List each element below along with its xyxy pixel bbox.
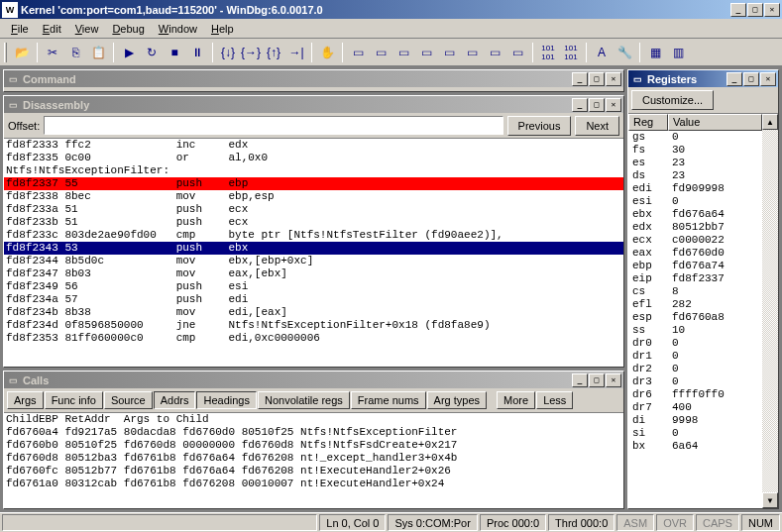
registers-window-icon[interactable]: ▭ — [415, 42, 437, 63]
register-row[interactable]: gs0 — [628, 131, 762, 144]
calls-row[interactable]: fd6760d8 80512ba3 fd6761b8 fd676a64 fd67… — [4, 452, 623, 465]
disasm-line[interactable]: fd8f2337 55 push ebp — [4, 177, 623, 190]
memory-window-icon[interactable]: ▭ — [438, 42, 460, 63]
registers-col-value[interactable]: Value — [668, 114, 762, 131]
disasm-line[interactable]: fd8f233a 51 push ecx — [4, 203, 623, 216]
pane-close-button[interactable]: ✕ — [606, 373, 621, 387]
go-icon[interactable]: ▶ — [118, 42, 140, 63]
pane-minimize-button[interactable]: _ — [572, 72, 588, 86]
register-row[interactable]: di9998 — [628, 414, 762, 427]
next-button[interactable]: Next — [575, 116, 619, 136]
calls-less-button[interactable]: Less — [536, 391, 573, 409]
scroll-down-icon[interactable]: ▼ — [762, 492, 778, 508]
disasm-line[interactable]: fd8f2338 8bec mov ebp,esp — [4, 190, 623, 203]
registers-col-reg[interactable]: Reg — [628, 114, 668, 131]
run-to-cursor-icon[interactable]: →| — [285, 42, 307, 63]
cut-icon[interactable]: ✂ — [42, 42, 63, 63]
disasm-line[interactable]: fd8f233b 51 push ecx — [4, 216, 623, 229]
register-row[interactable]: dr20 — [628, 363, 762, 375]
disasm-line[interactable]: fd8f2353 81ff060000c0 cmp edi,0xc0000006 — [4, 332, 623, 345]
calls-tab[interactable]: Args — [7, 391, 44, 409]
calls-listing[interactable]: ChildEBP RetAddr Args to Childfd6760a4 f… — [4, 413, 623, 508]
command-window-icon[interactable]: ▭ — [347, 42, 369, 63]
pane-maximize-button[interactable]: □ — [589, 373, 605, 387]
offset-input[interactable] — [44, 116, 503, 135]
menu-help[interactable]: Help — [204, 21, 241, 37]
register-row[interactable]: ecxc0000022 — [628, 234, 762, 247]
pane-minimize-button[interactable]: _ — [572, 373, 588, 387]
open-icon[interactable]: 📂 — [11, 42, 33, 63]
disasm-line[interactable]: fd8f2343 53 push ebx — [4, 242, 623, 255]
menu-debug[interactable]: Debug — [105, 21, 151, 37]
breakpoint-icon[interactable]: ✋ — [316, 42, 338, 63]
calls-row[interactable]: fd6760a4 fd9217a5 80dacda8 fd6760d0 8051… — [4, 426, 623, 439]
register-row[interactable]: dr7400 — [628, 401, 762, 414]
options-icon[interactable]: 🔧 — [614, 42, 635, 63]
calls-tab[interactable]: Addrs — [154, 391, 196, 409]
scratch-window-icon[interactable]: ▭ — [506, 42, 528, 63]
copy-icon[interactable]: ⎘ — [64, 42, 86, 63]
menu-file[interactable]: File — [4, 21, 36, 37]
register-row[interactable]: es23 — [628, 157, 762, 169]
command-titlebar[interactable]: ▭ Command _ □ ✕ — [4, 70, 623, 87]
pane-close-button[interactable]: ✕ — [606, 72, 621, 86]
callstack-window-icon[interactable]: ▭ — [461, 42, 483, 63]
calls-tab[interactable]: Frame nums — [351, 391, 426, 409]
arrange2-icon[interactable]: ▥ — [667, 42, 689, 63]
register-row[interactable]: ds23 — [628, 169, 762, 182]
disasm-line[interactable]: fd8f234b 8b38 mov edi,[eax] — [4, 306, 623, 319]
register-row[interactable]: si0 — [628, 427, 762, 440]
calls-row[interactable]: fd6761a0 80312cab fd6761b8 fd676208 0001… — [4, 478, 623, 490]
pane-minimize-button[interactable]: _ — [572, 98, 588, 112]
register-row[interactable]: eipfd8f2337 — [628, 272, 762, 285]
pane-close-button[interactable]: ✕ — [606, 98, 621, 112]
disasm-line[interactable]: fd8f2335 0c00 or al,0x0 — [4, 152, 623, 164]
disasm-line[interactable]: fd8f2347 8b03 mov eax,[ebx] — [4, 267, 623, 280]
step-over-icon[interactable]: {→} — [240, 42, 262, 63]
scroll-up-icon[interactable]: ▲ — [762, 114, 778, 130]
minimize-button[interactable]: _ — [730, 3, 746, 17]
watch-window-icon[interactable]: ▭ — [370, 42, 391, 63]
disasm-line[interactable]: fd8f233c 803de2ae90fd00 cmp byte ptr [Nt… — [4, 229, 623, 242]
previous-button[interactable]: Previous — [507, 116, 572, 136]
disasm-line[interactable]: fd8f234d 0f8596850000 jne Ntfs!NtfsExcep… — [4, 319, 623, 332]
disassembly-titlebar[interactable]: ▭ Disassembly _ □ ✕ — [4, 96, 623, 113]
locals-window-icon[interactable]: ▭ — [392, 42, 414, 63]
pane-minimize-button[interactable]: _ — [726, 72, 742, 86]
pane-maximize-button[interactable]: □ — [589, 98, 605, 112]
register-row[interactable]: ss10 — [628, 324, 762, 337]
source-mode-icon[interactable]: 101101 — [537, 42, 559, 63]
paste-icon[interactable]: 📋 — [87, 42, 109, 63]
register-row[interactable]: dr10 — [628, 350, 762, 363]
font-icon[interactable]: A — [591, 42, 613, 63]
register-row[interactable]: dr30 — [628, 375, 762, 388]
restart-icon[interactable]: ↻ — [141, 42, 163, 63]
step-out-icon[interactable]: {↑} — [263, 42, 284, 63]
register-row[interactable]: espfd6760a8 — [628, 311, 762, 324]
register-row[interactable]: edifd909998 — [628, 182, 762, 195]
register-row[interactable]: eaxfd6760d0 — [628, 247, 762, 260]
calls-row[interactable]: fd6760b0 80510f25 fd6760d8 00000000 fd67… — [4, 439, 623, 452]
register-row[interactable]: esi0 — [628, 195, 762, 208]
calls-row[interactable]: fd6760fc 80512b77 fd6761b8 fd676a64 fd67… — [4, 465, 623, 478]
register-row[interactable]: cs8 — [628, 285, 762, 298]
calls-tab[interactable]: Func info — [45, 391, 103, 409]
calls-tab[interactable]: Arg types — [427, 391, 487, 409]
calls-more-button[interactable]: More — [497, 391, 535, 409]
menu-window[interactable]: Window — [152, 21, 204, 37]
step-into-icon[interactable]: {↓} — [217, 42, 239, 63]
maximize-button[interactable]: □ — [747, 3, 763, 17]
registers-titlebar[interactable]: ▭ Registers _ □ ✕ — [628, 70, 778, 87]
calls-titlebar[interactable]: ▭ Calls _ □ ✕ — [4, 372, 623, 388]
register-row[interactable]: fs30 — [628, 144, 762, 157]
menu-edit[interactable]: Edit — [36, 21, 68, 37]
registers-scrollbar[interactable]: ▲ ▼ — [762, 114, 778, 508]
disasm-line[interactable]: fd8f2344 8b5d0c mov ebx,[ebp+0xc] — [4, 255, 623, 267]
disasm-line[interactable]: fd8f2333 ffc2 inc edx — [4, 139, 623, 152]
break-icon[interactable]: ⏸ — [186, 42, 208, 63]
close-button[interactable]: ✕ — [764, 3, 780, 17]
binary-mode-icon[interactable]: 101101 — [560, 42, 582, 63]
calls-tab[interactable]: Source — [104, 391, 153, 409]
disasm-line[interactable]: Ntfs!NtfsExceptionFilter: — [4, 164, 623, 177]
customize-button[interactable]: Customize... — [631, 90, 714, 110]
